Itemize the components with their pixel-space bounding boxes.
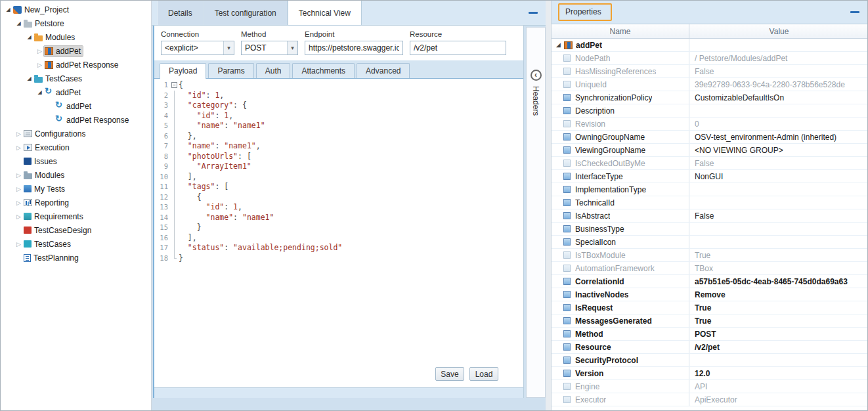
tree-item-testplanning[interactable]: TestPlanning xyxy=(1,251,151,265)
property-value[interactable]: True xyxy=(689,303,868,313)
tab-technical-view[interactable]: Technical View xyxy=(288,1,362,25)
property-row-engine[interactable]: EngineAPI xyxy=(552,380,868,393)
expand-arrow-icon[interactable]: ▷ xyxy=(35,48,44,54)
tab-test-configuration[interactable]: Test configuration xyxy=(204,1,288,25)
property-row-viewinggroupname[interactable]: ViewingGroupName<NO VIEWING GROUP> xyxy=(552,144,868,157)
expand-arrow-icon[interactable]: ▷ xyxy=(14,213,23,220)
endpoint-input[interactable] xyxy=(305,41,403,55)
tree-item-my-tests[interactable]: ▷My Tests xyxy=(1,182,151,196)
tree-item-new_project[interactable]: ◢New_Project xyxy=(1,3,151,16)
property-row-description[interactable]: Description xyxy=(552,104,868,118)
expand-headers-icon[interactable]: ‹ xyxy=(531,70,542,81)
property-row-owninggroupname[interactable]: OwningGroupNameOSV-test_environment-Admi… xyxy=(552,131,868,144)
property-row-businesstype[interactable]: BusinessType xyxy=(552,223,868,236)
property-value[interactable]: False xyxy=(689,159,868,168)
tab-params[interactable]: Params xyxy=(208,63,253,78)
tree-item-addpet-response[interactable]: addPet Response xyxy=(1,113,151,127)
tree-item-reporting[interactable]: ▷Reporting xyxy=(1,196,151,209)
property-row-method[interactable]: MethodPOST xyxy=(552,328,868,341)
property-row-specialicon[interactable]: SpecialIcon xyxy=(552,236,868,249)
tree-item-petstore[interactable]: ◢Petstore xyxy=(1,16,151,30)
property-value[interactable]: 12.0 xyxy=(689,369,868,378)
property-value[interactable]: a57b51e5-05dc-4eab-8465-745d0da69a63 xyxy=(689,277,868,286)
property-row-revision[interactable]: Revision0 xyxy=(552,118,868,131)
connection-select[interactable]: <explicit>▾ xyxy=(161,41,234,55)
tree-item-testcasedesign[interactable]: TestCaseDesign xyxy=(1,223,151,237)
tree-item-requirements[interactable]: ▷Requirements xyxy=(1,209,151,223)
expand-arrow-icon[interactable]: ▷ xyxy=(14,241,23,248)
collapse-arrow-icon[interactable]: ◢ xyxy=(4,7,12,12)
expand-arrow-icon[interactable]: ▷ xyxy=(14,131,23,137)
property-row-messagesgenerated[interactable]: MessagesGeneratedTrue xyxy=(552,314,868,328)
property-value[interactable]: <NO VIEWING GROUP> xyxy=(689,146,868,155)
payload-json-editor[interactable]: 1−{2 "id": 1,3 "category": {4 "id": 1,5 … xyxy=(154,79,523,263)
property-value[interactable]: / Petstore/Modules/addPet xyxy=(689,54,868,63)
collapse-arrow-icon[interactable]: ◢ xyxy=(14,20,23,26)
property-row-hasmissingreferences[interactable]: HasMissingReferencesFalse xyxy=(552,65,868,78)
property-row-version[interactable]: Version12.0 xyxy=(552,367,868,380)
property-value[interactable]: 0 xyxy=(689,119,868,129)
property-row-isrequest[interactable]: IsRequestTrue xyxy=(552,301,868,314)
property-value[interactable]: NonGUI xyxy=(689,172,868,181)
tree-item-execution[interactable]: ▷Execution xyxy=(1,141,151,154)
property-row-uniqueid[interactable]: UniqueId39e92789-0633-9c4a-2280-378b56e5… xyxy=(552,78,868,91)
tree-item-addpet[interactable]: ▷addPet xyxy=(1,44,151,58)
property-row-automationframework[interactable]: AutomationFrameworkTBox xyxy=(552,262,868,275)
load-button[interactable]: Load xyxy=(469,367,498,381)
save-button[interactable]: Save xyxy=(435,367,464,381)
property-value[interactable]: POST xyxy=(689,330,868,339)
tab-auth[interactable]: Auth xyxy=(256,63,291,78)
chevron-down-icon[interactable]: ▾ xyxy=(287,41,297,54)
property-value[interactable]: True xyxy=(689,316,868,326)
tree-item-addpet[interactable]: ◢addPet xyxy=(1,85,151,99)
property-value[interactable]: ApiExecutor xyxy=(689,395,868,404)
tree-item-issues[interactable]: Issues xyxy=(1,154,151,168)
property-root-row[interactable]: ◢ addPet xyxy=(552,39,868,52)
property-row-correlationid[interactable]: CorrelationIda57b51e5-05dc-4eab-8465-745… xyxy=(552,275,868,288)
property-row-implementationtype[interactable]: ImplementationType xyxy=(552,183,868,196)
property-row-interfacetype[interactable]: InterfaceTypeNonGUI xyxy=(552,170,868,183)
property-value[interactable]: TBox xyxy=(689,264,868,273)
expand-arrow-icon[interactable]: ▷ xyxy=(14,144,23,151)
property-row-resource[interactable]: Resource/v2/pet xyxy=(552,341,868,354)
tab-details[interactable]: Details xyxy=(157,1,204,25)
property-value[interactable]: OSV-test_environment-Admin (inherited) xyxy=(689,133,868,142)
collapse-panel-icon[interactable] xyxy=(529,12,538,14)
property-row-synchronizationpolicy[interactable]: SynchronizationPolicyCustomizableDefault… xyxy=(552,91,868,104)
property-value[interactable]: Remove xyxy=(689,290,868,299)
property-row-executor[interactable]: ExecutorApiExecutor xyxy=(552,393,868,406)
collapse-arrow-icon[interactable]: ◢ xyxy=(25,34,33,40)
property-value[interactable]: /v2/pet xyxy=(689,343,868,352)
expand-arrow-icon[interactable]: ▷ xyxy=(14,172,23,179)
chevron-down-icon[interactable]: ▾ xyxy=(223,41,234,54)
tree-item-testcases[interactable]: ▷TestCases xyxy=(1,237,151,251)
tab-attachments[interactable]: Attachments xyxy=(292,63,355,78)
headers-side-tab[interactable]: ‹ Headers xyxy=(526,27,546,398)
tree-item-configurations[interactable]: ▷Configurations xyxy=(1,127,151,141)
resource-input[interactable] xyxy=(410,41,506,55)
tab-payload[interactable]: Payload xyxy=(160,63,206,79)
collapse-arrow-icon[interactable]: ◢ xyxy=(554,42,563,48)
property-row-isabstract[interactable]: IsAbstractFalse xyxy=(552,209,868,223)
tree-item-modules[interactable]: ▷Modules xyxy=(1,168,151,182)
property-value[interactable]: True xyxy=(689,251,868,260)
property-value[interactable]: CustomizableDefaultIsOn xyxy=(689,93,868,102)
tree-item-testcases[interactable]: ◢TestCases xyxy=(1,72,151,85)
property-row-technicalid[interactable]: TechnicalId xyxy=(552,196,868,209)
property-row-istboxmodule[interactable]: IsTBoxModuleTrue xyxy=(552,249,868,262)
fold-collapse-icon[interactable]: − xyxy=(170,80,179,91)
expand-arrow-icon[interactable]: ▷ xyxy=(14,186,23,192)
property-value[interactable]: API xyxy=(689,382,868,391)
property-value[interactable]: False xyxy=(689,211,868,221)
property-row-ischeckedoutbyme[interactable]: IsCheckedOutByMeFalse xyxy=(552,157,868,170)
tree-item-addpet-response[interactable]: ▷addPet Response xyxy=(1,58,151,72)
method-select[interactable]: POST▾ xyxy=(241,41,298,55)
property-row-securityprotocol[interactable]: SecurityProtocol xyxy=(552,354,868,367)
tab-advanced[interactable]: Advanced xyxy=(357,63,410,78)
property-value[interactable]: 39e92789-0633-9c4a-2280-378b56e528de xyxy=(689,80,868,89)
collapse-panel-icon[interactable] xyxy=(850,11,859,13)
property-row-inactivenodes[interactable]: InactiveNodesRemove xyxy=(552,288,868,301)
collapse-arrow-icon[interactable]: ◢ xyxy=(25,76,33,81)
property-row-nodepath[interactable]: NodePath/ Petstore/Modules/addPet xyxy=(552,52,868,65)
tree-item-addpet[interactable]: addPet xyxy=(1,99,151,113)
